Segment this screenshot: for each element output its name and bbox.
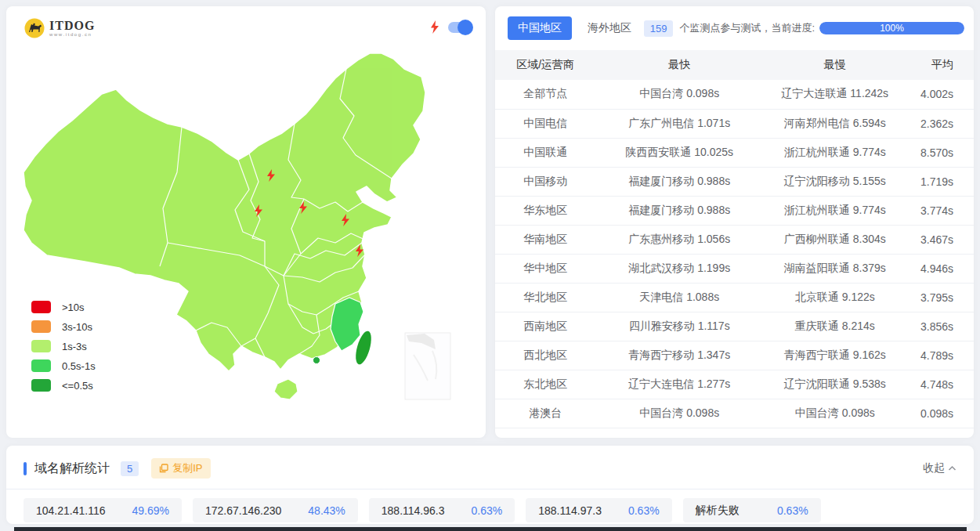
table-cell: 4.789s	[906, 341, 974, 370]
ip-percentage: 48.43%	[308, 504, 345, 517]
ip-chip[interactable]: 172.67.146.23048.43%	[193, 498, 358, 522]
table-header-cell: 最慢	[763, 50, 906, 80]
table-cell: 8.570s	[906, 138, 974, 167]
ip-address: 104.21.41.116	[36, 504, 106, 517]
table-cell: 东北地区	[495, 370, 595, 399]
table-header-cell: 区域/运营商	[495, 50, 595, 80]
ip-chip[interactable]: 188.114.97.30.63%	[526, 498, 671, 522]
table-row: 中国电信广东广州电信 1.071s河南郑州电信 6.594s2.362s	[495, 109, 974, 138]
accent-bar	[24, 462, 27, 475]
next-section-edge	[14, 527, 967, 531]
logo-title: ITDOG	[49, 20, 95, 31]
table-cell: 中国台湾 0.098s	[595, 80, 763, 109]
table-cell: 全部节点	[495, 80, 595, 109]
table-cell: 四川雅安移动 1.117s	[595, 312, 763, 341]
ip-percentage: 0.63%	[777, 504, 808, 517]
table-cell: 青海西宁联通 9.162s	[763, 341, 906, 370]
results-table-body: 全部节点中国台湾 0.098s辽宁大连联通 11.242s4.002s中国电信广…	[495, 80, 974, 428]
table-row: 华东地区福建厦门移动 0.988s浙江杭州联通 9.774s3.774s	[495, 196, 974, 225]
table-cell: 北京联通 9.122s	[763, 283, 906, 312]
table-cell: 中国移动	[495, 167, 595, 196]
table-row: 西南地区四川雅安移动 1.117s重庆联通 8.214s3.856s	[495, 312, 974, 341]
hongkong-area[interactable]	[313, 357, 320, 364]
table-cell: 天津电信 1.088s	[595, 283, 763, 312]
table-cell: 中国电信	[495, 109, 595, 138]
ip-address: 解析失败	[696, 504, 740, 518]
table-row: 中国移动福建厦门移动 0.988s辽宁沈阳移动 5.155s1.719s	[495, 167, 974, 196]
results-table: 区域/运营商最快最慢平均 全部节点中国台湾 0.098s辽宁大连联通 11.24…	[495, 50, 974, 428]
map-legend: >10s3s-10s1s-3s0.5s-1s<=0.5s	[31, 301, 96, 392]
dns-panel-title: 域名解析统计	[34, 461, 110, 477]
table-cell: 港澳台	[495, 399, 595, 428]
copy-ip-button[interactable]: 复制IP	[151, 458, 210, 479]
table-cell: 华中地区	[495, 254, 595, 283]
table-cell: 中国联通	[495, 138, 595, 167]
collapse-button[interactable]: 收起	[923, 461, 956, 475]
table-cell: 辽宁大连电信 1.277s	[595, 370, 763, 399]
logo-subtitle: www.itdog.cn	[49, 32, 95, 37]
legend-item: 1s-3s	[31, 340, 96, 352]
table-cell: 3.856s	[906, 312, 974, 341]
results-panel: 中国地区 海外地区 159 个监测点参与测试，当前进度: 100% 区域/运营商…	[495, 6, 974, 438]
table-cell: 0.098s	[906, 399, 974, 428]
table-cell: 3.774s	[906, 196, 974, 225]
dns-count-badge: 5	[121, 461, 139, 476]
copy-icon	[159, 464, 168, 473]
table-cell: 中国台湾 0.098s	[595, 399, 763, 428]
table-cell: 4.748s	[906, 370, 974, 399]
ip-percentage: 49.69%	[132, 504, 169, 517]
table-cell: 广东广州电信 1.071s	[595, 109, 763, 138]
table-cell: 辽宁沈阳移动 5.155s	[763, 167, 906, 196]
table-cell: 湖北武汉移动 1.199s	[595, 254, 763, 283]
table-cell: 4.946s	[906, 254, 974, 283]
table-cell: 3.795s	[906, 283, 974, 312]
progress-fill: 100%	[819, 22, 964, 34]
ip-percentage: 0.63%	[628, 504, 660, 517]
ip-chip[interactable]: 104.21.41.11649.69%	[24, 498, 182, 522]
table-cell: 辽宁大连联通 11.242s	[763, 80, 906, 109]
table-cell: 辽宁沈阳联通 9.538s	[763, 370, 906, 399]
table-header-cell: 平均	[906, 50, 974, 80]
copy-ip-label: 复制IP	[172, 461, 202, 475]
legend-label: <=0.5s	[62, 380, 93, 392]
legend-item: <=0.5s	[31, 379, 96, 392]
tab-overseas-region[interactable]: 海外地区	[588, 21, 631, 35]
lightning-icon	[430, 20, 439, 34]
legend-label: 0.5s-1s	[62, 360, 96, 372]
lightning-mode-toggle[interactable]	[448, 22, 472, 33]
table-cell: 中国台湾 0.098s	[763, 399, 906, 428]
ip-address: 188.114.96.3	[382, 504, 445, 517]
legend-label: 3s-10s	[62, 321, 92, 333]
collapse-label: 收起	[923, 461, 945, 475]
hainan-island[interactable]	[274, 379, 298, 399]
table-cell: 3.467s	[906, 225, 974, 254]
ip-chip[interactable]: 解析失败0.63%	[683, 498, 821, 522]
legend-swatch	[31, 359, 51, 372]
ip-percentage: 0.63%	[472, 504, 503, 517]
map-panel: ITDOG www.itdog.cn >10s3s-10s1s-3s0.5s-1…	[6, 6, 486, 438]
legend-swatch	[31, 301, 51, 313]
monitor-count-badge: 159	[644, 20, 674, 37]
toggle-knob	[457, 20, 473, 35]
table-row: 全部节点中国台湾 0.098s辽宁大连联通 11.242s4.002s	[495, 80, 974, 109]
table-cell: 华北地区	[495, 283, 595, 312]
table-row: 西北地区青海西宁移动 1.347s青海西宁联通 9.162s4.789s	[495, 341, 974, 370]
legend-item: 0.5s-1s	[31, 359, 96, 372]
dns-ip-list: 104.21.41.11649.69%172.67.146.23048.43%1…	[6, 489, 974, 522]
dog-icon	[24, 17, 45, 39]
ip-chip[interactable]: 188.114.96.30.63%	[369, 498, 515, 522]
legend-swatch	[31, 379, 51, 392]
legend-swatch	[31, 320, 51, 333]
tab-china-region[interactable]: 中国地区	[508, 16, 572, 40]
table-row: 华中地区湖北武汉移动 1.199s湖南益阳联通 8.379s4.946s	[495, 254, 974, 283]
table-cell: 河南郑州电信 6.594s	[763, 109, 906, 138]
ip-address: 172.67.146.230	[205, 504, 281, 517]
legend-swatch	[31, 340, 51, 352]
table-cell: 华东地区	[495, 196, 595, 225]
table-cell: 4.002s	[906, 80, 974, 109]
table-cell: 福建厦门移动 0.988s	[595, 196, 763, 225]
table-row: 华南地区广东惠州移动 1.056s广西柳州联通 8.304s3.467s	[495, 225, 974, 254]
table-cell: 华南地区	[495, 225, 595, 254]
legend-item: >10s	[31, 301, 96, 313]
table-cell: 重庆联通 8.214s	[763, 312, 906, 341]
